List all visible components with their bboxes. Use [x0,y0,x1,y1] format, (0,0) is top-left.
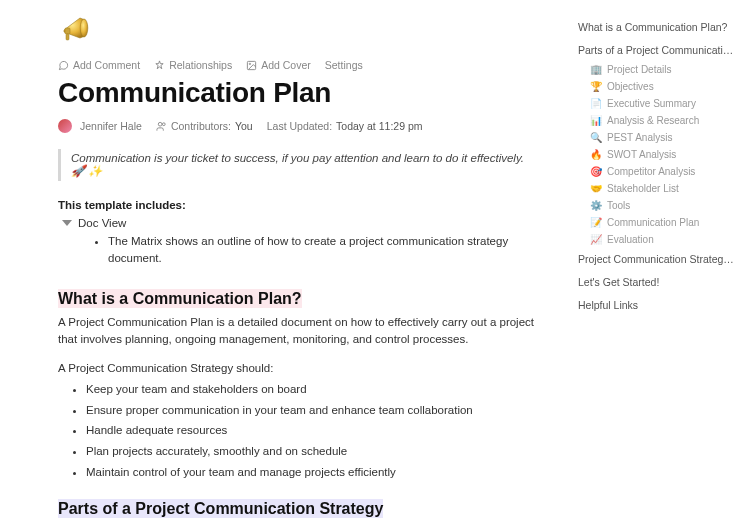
updated-label: Last Updated: [267,120,332,132]
quote-text: Communication is your ticket to success,… [71,152,524,177]
outline-item-icon: 📊 [590,115,602,126]
h2-what[interactable]: What is a Communication Plan? [58,290,542,308]
updated-chip: Last Updated: Today at 11:29 pm [267,120,423,132]
contributors-label: Contributors: [171,120,231,132]
outline-item-label: Analysis & Research [607,115,699,126]
outline-sub-item[interactable]: 🎯Competitor Analysis [576,163,740,180]
outline-item-icon: 📝 [590,217,602,228]
strategy-lead[interactable]: A Project Communication Strategy should: [58,362,542,374]
list-item[interactable]: The Matrix shows an outline of how to cr… [108,233,542,268]
add-comment-label: Add Comment [73,59,140,71]
outline-item-icon: 🎯 [590,166,602,177]
outline-item-icon: 📈 [590,234,602,245]
list-item[interactable]: Handle adequate resources [86,420,542,441]
outline-item-icon: 📄 [590,98,602,109]
list-item[interactable]: Ensure proper communication in your team… [86,400,542,421]
contributors-value: You [235,120,253,132]
add-cover-button[interactable]: Add Cover [246,59,311,71]
document-main: Add Comment Relationships Add Cover Sett… [0,0,570,528]
outline-item-label: SWOT Analysis [607,149,676,160]
list-item[interactable]: Keep your team and stakeholders on board [86,379,542,400]
outline-sub-item[interactable]: 🔥SWOT Analysis [576,146,740,163]
author-name: Jennifer Hale [80,120,142,132]
svg-rect-2 [66,34,69,40]
outline-item-label: Objectives [607,81,654,92]
image-icon [246,60,257,71]
outline-item-label: Communication Plan [607,217,699,228]
outline-item-label: Competitor Analysis [607,166,695,177]
relationships-icon [154,60,165,71]
contributors-chip[interactable]: Contributors: You [156,120,253,132]
h2-parts[interactable]: Parts of a Project Communication Strateg… [58,500,542,518]
outline-item[interactable]: Let's Get Started! [576,271,740,294]
outline-item-icon: ⚙️ [590,200,602,211]
list-item[interactable]: Maintain control of your team and manage… [86,462,542,483]
includes-list: The Matrix shows an outline of how to cr… [58,233,542,268]
toggle-doc-view[interactable]: Doc View [62,217,542,229]
strategy-list: Keep your team and stakeholders on board… [58,379,542,482]
outline-item-icon: 🏆 [590,81,602,92]
outline-item-label: Executive Summary [607,98,696,109]
updated-value: Today at 11:29 pm [336,120,422,132]
add-cover-label: Add Cover [261,59,311,71]
outline-sub-item[interactable]: 🏆Objectives [576,78,740,95]
svg-point-6 [162,122,165,125]
page-meta: Jennifer Hale Contributors: You Last Upd… [58,119,542,133]
settings-label: Settings [325,59,363,71]
outline-item-label: Tools [607,200,630,211]
people-icon [156,121,167,132]
outline-sub-item[interactable]: 🔍PEST Analysis [576,129,740,146]
page-title[interactable]: Communication Plan [58,77,542,109]
outline-item-label: PEST Analysis [607,132,672,143]
outline-sub-item[interactable]: ⚙️Tools [576,197,740,214]
outline-item-label: Stakeholder List [607,183,679,194]
outline-sub-item[interactable]: 📄Executive Summary [576,95,740,112]
what-paragraph[interactable]: A Project Communication Plan is a detail… [58,314,542,349]
outline-item-label: Project Details [607,64,671,75]
outline-item[interactable]: Project Communication Strategy Tips! [576,248,740,271]
outline-item-icon: 🔍 [590,132,602,143]
outline-item-label: Evaluation [607,234,654,245]
outline-sidebar: What is a Communication Plan?Parts of a … [570,0,750,528]
outline-sub-item[interactable]: 📈Evaluation [576,231,740,248]
settings-button[interactable]: Settings [325,59,363,71]
author-chip[interactable]: Jennifer Hale [58,119,142,133]
outline-sub-item[interactable]: 🏢Project Details [576,61,740,78]
relationships-label: Relationships [169,59,232,71]
add-comment-button[interactable]: Add Comment [58,59,140,71]
toggle-label: Doc View [78,217,126,229]
svg-point-0 [80,19,88,37]
comment-icon [58,60,69,71]
outline-item-icon: 🔥 [590,149,602,160]
outline-sub-item[interactable]: 🤝Stakeholder List [576,180,740,197]
outline-item[interactable]: Helpful Links [576,294,740,317]
svg-rect-1 [65,28,70,34]
svg-point-5 [158,122,162,126]
outline-sub-item[interactable]: 📝Communication Plan [576,214,740,231]
page-icon[interactable] [58,10,542,51]
includes-heading[interactable]: This template includes: [58,199,542,211]
outline-sub-item[interactable]: 📊Analysis & Research [576,112,740,129]
quote-block[interactable]: Communication is your ticket to success,… [58,149,542,181]
outline-item-icon: 🤝 [590,183,602,194]
page-toolbar: Add Comment Relationships Add Cover Sett… [58,59,542,71]
relationships-button[interactable]: Relationships [154,59,232,71]
caret-down-icon [62,220,72,226]
svg-point-4 [249,63,250,64]
outline-item-icon: 🏢 [590,64,602,75]
avatar [58,119,72,133]
outline-item[interactable]: What is a Communication Plan? [576,16,740,39]
list-item[interactable]: Plan projects accurately, smoothly and o… [86,441,542,462]
outline-item[interactable]: Parts of a Project Communication St… [576,39,740,62]
h2-what-text: What is a Communication Plan? [58,289,302,308]
h2-parts-text: Parts of a Project Communication Strateg… [58,499,383,518]
